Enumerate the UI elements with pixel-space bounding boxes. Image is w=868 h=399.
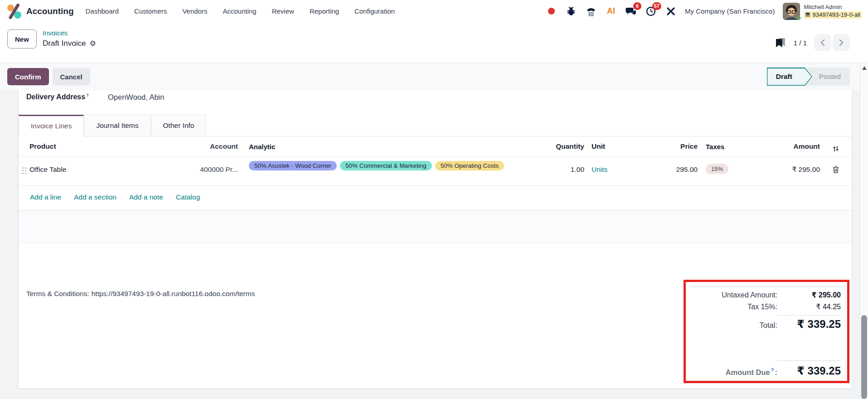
help-question-icon: ?	[771, 367, 774, 373]
database-name: 93497493-19-0-all	[804, 11, 862, 19]
record-indicator-icon[interactable]	[545, 5, 557, 17]
adjust-columns-icon[interactable]	[832, 145, 840, 153]
pager-counter: 1 / 1	[794, 39, 807, 47]
menu-accounting[interactable]: Accounting	[223, 7, 256, 15]
activities-clock-icon[interactable]: 57	[645, 5, 657, 17]
status-action-bar: Confirm Cancel Draft Posted	[0, 63, 868, 90]
tab-other-info[interactable]: Other Info	[151, 114, 207, 136]
add-a-note-link[interactable]: Add a note	[129, 193, 163, 201]
cell-price[interactable]: 295.00	[630, 161, 698, 174]
header-taxes[interactable]: Taxes	[698, 143, 747, 151]
cell-amount: ₹ 295.00	[747, 161, 820, 174]
vertical-scrollbar[interactable]	[860, 63, 868, 399]
catalog-link[interactable]: Catalog	[176, 193, 200, 201]
user-menu[interactable]: ✈ Mitchell Admin 93497493-19-0-all	[783, 3, 862, 20]
chevron-right-icon	[839, 39, 844, 46]
control-panel: New Invoices Draft Invoice ⚙ 1 / 1	[0, 22, 868, 63]
analytic-tag[interactable]: 50% Asustek - Wood Corner	[249, 161, 337, 170]
company-switcher[interactable]: My Company (San Francisco)	[685, 7, 775, 15]
field-sup-marker: ?	[86, 93, 89, 97]
untaxed-amount-label: Untaxed Amount:	[722, 291, 777, 299]
header-quantity[interactable]: Quantity	[530, 142, 584, 151]
menu-configuration[interactable]: Configuration	[354, 7, 395, 15]
odoo-window: Accounting Dashboard Customers Vendors A…	[0, 0, 868, 399]
user-name: Mitchell Admin	[804, 4, 862, 11]
bookmark-icon[interactable]	[776, 38, 786, 48]
delete-line-icon[interactable]	[832, 165, 839, 174]
analytic-tag[interactable]: 50% Commercial & Marketing	[340, 161, 432, 170]
header-product[interactable]: Product	[29, 142, 147, 151]
menu-vendors[interactable]: Vendors	[182, 7, 207, 15]
drag-handle-icon[interactable]	[22, 167, 26, 174]
messages-icon[interactable]: 6	[625, 5, 637, 17]
add-a-section-link[interactable]: Add a section	[74, 193, 116, 201]
total-label: Total:	[760, 321, 777, 330]
tab-journal-items[interactable]: Journal Items	[84, 114, 150, 136]
header-price[interactable]: Price	[630, 142, 698, 151]
status-stepper: Draft Posted	[767, 68, 850, 86]
breadcrumb-invoices[interactable]: Invoices	[43, 28, 96, 38]
delivery-address-row: Delivery Address? OpenWood, Abin	[19, 90, 852, 102]
breadcrumb: Invoices Draft Invoice ⚙	[43, 28, 96, 49]
pager-next-button[interactable]	[833, 34, 850, 51]
empty-area	[19, 211, 852, 243]
breadcrumb-current: Draft Invoice ⚙	[43, 38, 96, 49]
status-draft[interactable]: Draft	[767, 68, 812, 86]
header-analytic[interactable]: Analytic	[238, 143, 530, 151]
header-unit[interactable]: Unit	[584, 142, 630, 151]
scrollbar-thumb[interactable]	[861, 315, 867, 399]
lines-table-header: Product Account Analytic Quantity Unit P…	[19, 136, 852, 156]
header-amount[interactable]: Amount	[747, 142, 820, 151]
main-menu: Dashboard Customers Vendors Accounting R…	[86, 7, 395, 15]
totals-summary: Untaxed Amount: ₹ 295.00 Tax 15%: ₹ 44.2…	[691, 287, 841, 380]
avatar: ✈	[783, 3, 800, 20]
accounting-app-icon	[6, 4, 22, 19]
cell-account[interactable]: 400000 Pr...	[147, 161, 238, 174]
terms-url[interactable]: https://93497493-19-0-all.runbot116.odoo…	[92, 290, 255, 297]
plane-badge-icon: ✈	[797, 15, 802, 22]
scroll-up-arrow-icon[interactable]	[862, 66, 867, 70]
lines-footer-links: Add a line Add a section Add a note Cata…	[19, 185, 852, 211]
delivery-address-label: Delivery Address?	[26, 93, 108, 101]
ai-icon[interactable]: AI	[605, 5, 617, 17]
add-a-line-link[interactable]: Add a line	[30, 193, 61, 201]
untaxed-amount-value: ₹ 295.00	[777, 291, 841, 299]
amount-due-label: Amount Due?:	[726, 367, 777, 377]
tax-value: ₹ 44.25	[777, 302, 841, 311]
new-button[interactable]: New	[7, 29, 37, 49]
top-nav: Accounting Dashboard Customers Vendors A…	[0, 0, 868, 22]
cell-tax-pill[interactable]: 15%	[706, 164, 728, 174]
tools-icon[interactable]	[665, 5, 677, 17]
delivery-address-value[interactable]: OpenWood, Abin	[108, 93, 164, 102]
invoice-form-sheet: Delivery Address? OpenWood, Abin Invoice…	[18, 90, 852, 389]
invoice-line-row[interactable]: Office Table 400000 Pr... 50% Asustek - …	[19, 156, 852, 185]
terms-and-conditions: Terms & Conditions:https://93497493-19-0…	[26, 290, 255, 298]
cell-unit[interactable]: Units	[592, 165, 607, 173]
tax-label: Tax 15%:	[747, 303, 777, 311]
gear-icon[interactable]: ⚙	[89, 38, 96, 49]
tab-invoice-lines[interactable]: Invoice Lines	[19, 115, 84, 136]
app-switcher[interactable]: Accounting	[6, 4, 74, 19]
menu-review[interactable]: Review	[272, 7, 294, 15]
cell-analytic: 50% Asustek - Wood Corner 50% Commercial…	[238, 161, 530, 170]
notebook-tabs: Invoice Lines Journal Items Other Info	[19, 114, 852, 136]
dialer-phone-icon[interactable]	[585, 5, 597, 17]
analytic-tag[interactable]: 50% Operating Costs	[435, 161, 504, 170]
menu-dashboard[interactable]: Dashboard	[86, 7, 119, 15]
cancel-button[interactable]: Cancel	[53, 68, 90, 85]
cell-quantity[interactable]: 1.00	[530, 161, 584, 174]
terms-label: Terms & Conditions:	[26, 290, 89, 297]
total-value: ₹ 339.25	[777, 315, 841, 331]
confirm-button[interactable]: Confirm	[7, 68, 49, 85]
menu-reporting[interactable]: Reporting	[310, 7, 339, 15]
menu-customers[interactable]: Customers	[134, 7, 167, 15]
messages-badge: 6	[633, 2, 641, 10]
header-account[interactable]: Account	[147, 142, 238, 151]
app-name: Accounting	[26, 6, 74, 16]
cell-product[interactable]: Office Table	[29, 161, 147, 174]
database-icon	[805, 12, 810, 18]
bug-icon[interactable]	[565, 5, 577, 17]
pager-previous-button[interactable]	[814, 34, 831, 51]
chevron-left-icon	[820, 39, 825, 46]
amount-due-value: ₹ 339.25	[777, 360, 841, 377]
